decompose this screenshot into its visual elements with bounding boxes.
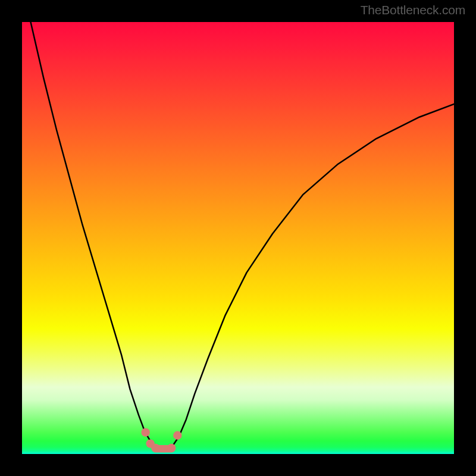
bottleneck-curve xyxy=(31,22,454,449)
chart-frame: TheBottleneck.com xyxy=(0,0,476,476)
data-marker xyxy=(141,428,149,437)
data-marker xyxy=(151,444,159,452)
data-marker xyxy=(173,431,181,440)
data-marker xyxy=(167,444,176,452)
plot-area xyxy=(22,22,454,454)
chart-svg xyxy=(22,22,454,454)
watermark-text: TheBottleneck.com xyxy=(361,3,465,17)
